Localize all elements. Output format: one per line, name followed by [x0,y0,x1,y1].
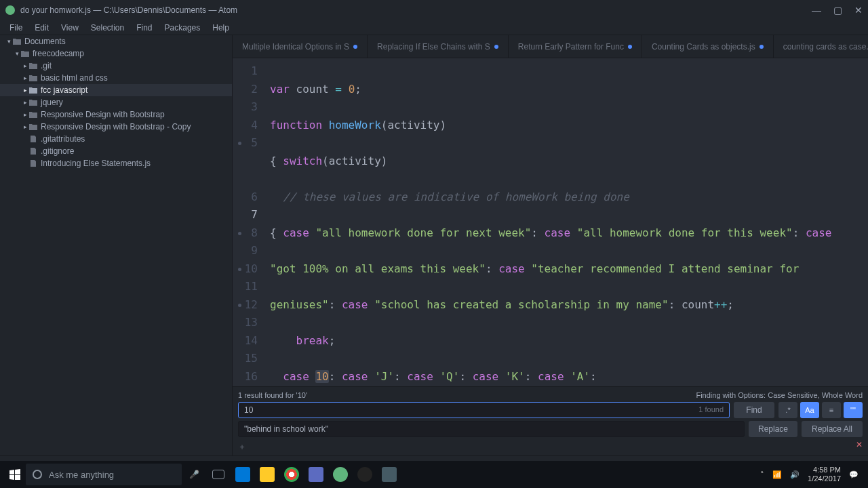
tree-item-label: Introducing Else Statements.js [41,159,151,168]
chevron-down-icon: ▾ [14,50,20,57]
tree-item-label: .gitignore [41,146,74,156]
cortana-search[interactable]: Ask me anything [26,464,182,485]
close-button[interactable]: ✕ [854,5,863,16]
menu-packages[interactable]: Packages [159,22,206,34]
find-panel: 1 result found for '10' Finding with Opt… [233,386,868,455]
folder-icon [28,110,38,119]
tray-chevron-icon[interactable]: ˄ [760,470,764,479]
tree-item-label: Responsive Design with Bootstrap - Copy [41,122,191,131]
titlebar: do your homwork.js — C:\Users\Dennis\Doc… [0,0,868,20]
maximize-button[interactable]: ▢ [833,5,842,16]
code-content[interactable]: var count = 0; function homeWork(activit… [270,58,868,386]
obs-icon[interactable] [354,464,376,485]
cortana-icon [33,470,42,479]
editor[interactable]: 1 2 3 4 5 6 7 8 9 10 11 12 13 14 15 16 1… [233,58,868,386]
menu-find[interactable]: Find [131,22,157,34]
explorer-icon[interactable] [256,464,278,485]
tray-network-icon[interactable]: 📶 [772,470,782,479]
folder-icon [20,49,30,58]
chevron-right-icon: ▸ [22,87,28,94]
file-icon [28,147,38,155]
tab[interactable]: Multiple Identical Options in S [233,35,368,58]
search-placeholder: Ask me anything [49,470,114,480]
whole-word-option[interactable]: "" [844,402,863,418]
menu-view[interactable]: View [56,22,84,34]
gutter: 1 2 3 4 5 6 7 8 9 10 11 12 13 14 15 16 1… [233,58,270,386]
chevron-right-icon: ▸ [22,62,28,69]
tab-label: Return Early Pattern for Func [518,42,624,52]
tab[interactable]: Return Early Pattern for Func [509,35,642,58]
chrome-icon[interactable] [281,464,302,485]
add-cursor-icon[interactable]: ＋ [238,442,246,451]
tree-folder[interactable]: ▸fcc javascript [0,84,232,96]
folder-icon [12,37,22,45]
minimize-button[interactable]: — [812,5,821,16]
tree-file[interactable]: .gitignore [0,145,232,157]
regex-option[interactable]: .* [778,402,797,418]
tree-root[interactable]: ▾ Documents [0,35,232,47]
atom-logo-icon [5,5,15,15]
window-title: do your homwork.js — C:\Users\Dennis\Doc… [20,5,237,15]
modified-dot-icon [760,45,764,49]
chevron-right-icon: ▸ [22,99,28,106]
windows-taskbar: Ask me anything 🎤 ˄ 📶 🔊 4:58 PM 1/24/201… [0,461,868,488]
chevron-right-icon: ▸ [22,111,28,118]
menu-edit[interactable]: Edit [29,22,54,34]
menu-file[interactable]: File [4,22,28,34]
mic-icon[interactable]: 🎤 [183,464,205,485]
tree-item-label: fcc javascript [41,85,87,95]
tab-bar: Multiple Identical Options in S Replacin… [233,35,868,58]
folder-icon [28,86,38,94]
tree-item-label: basic html and css [41,73,108,83]
find-field[interactable] [244,405,698,415]
folder-icon [28,74,38,82]
close-panel-icon[interactable]: ✕ [856,440,863,449]
tree-folder[interactable]: ▸Responsive Design with Bootstrap - Copy [0,121,232,133]
folder-icon [28,98,38,106]
tree-project[interactable]: ▾ freecodecamp [0,47,232,60]
windows-icon [9,469,20,480]
find-button[interactable]: Find [734,402,774,418]
app-icon[interactable] [305,464,327,485]
task-view-icon[interactable] [208,464,229,485]
tree-project-label: freecodecamp [33,49,84,58]
find-input[interactable]: 1 found [238,402,730,418]
tray-volume-icon[interactable]: 🔊 [790,470,800,479]
tree-folder[interactable]: ▸jquery [0,96,232,108]
tab[interactable]: counting cards as case.js [774,35,868,58]
modified-dot-icon [628,45,632,49]
replace-all-button[interactable]: Replace All [802,421,863,437]
replace-field[interactable] [244,424,738,434]
atom-icon[interactable] [330,464,351,485]
tab-label: Counting Cards as objects.js [652,42,755,52]
tree-root-label: Documents [24,37,66,46]
tree-folder[interactable]: ▸basic html and css [0,72,232,84]
folder-icon [28,123,38,131]
chevron-right-icon: ▸ [22,75,28,81]
find-options-text: Finding with Options: Case Sensitive, Wh… [696,391,863,399]
tree-view[interactable]: ▾ Documents ▾ freecodecamp ▸.git ▸basic … [0,35,233,455]
tree-item-label: .git [41,61,52,70]
app-icon[interactable] [378,464,400,485]
tray-notifications-icon[interactable]: 💬 [849,470,859,479]
menubar: File Edit View Selection Find Packages H… [0,20,868,35]
case-option[interactable]: Aa [800,402,819,418]
tab[interactable]: Replacing If Else Chains with S [368,35,509,58]
tree-file[interactable]: Introducing Else Statements.js [0,157,232,169]
tab-label: counting cards as case.js [783,42,868,52]
tray-clock[interactable]: 4:58 PM 1/24/2017 [808,466,841,483]
menu-help[interactable]: Help [207,22,235,34]
file-icon [28,135,38,143]
find-status-text: 1 result found for '10' [238,391,307,399]
tree-folder[interactable]: ▸.git [0,60,232,72]
replace-button[interactable]: Replace [749,421,797,437]
edge-icon[interactable] [232,464,254,485]
tab[interactable]: Counting Cards as objects.js [642,35,774,58]
tree-folder[interactable]: ▸Responsive Design with Bootstrap [0,108,232,121]
modified-dot-icon [494,45,498,49]
tree-file[interactable]: .gitattributes [0,133,232,145]
selection-option[interactable]: ≡ [822,402,841,418]
replace-input[interactable] [238,421,745,437]
start-button[interactable] [4,464,26,485]
menu-selection[interactable]: Selection [85,22,130,34]
